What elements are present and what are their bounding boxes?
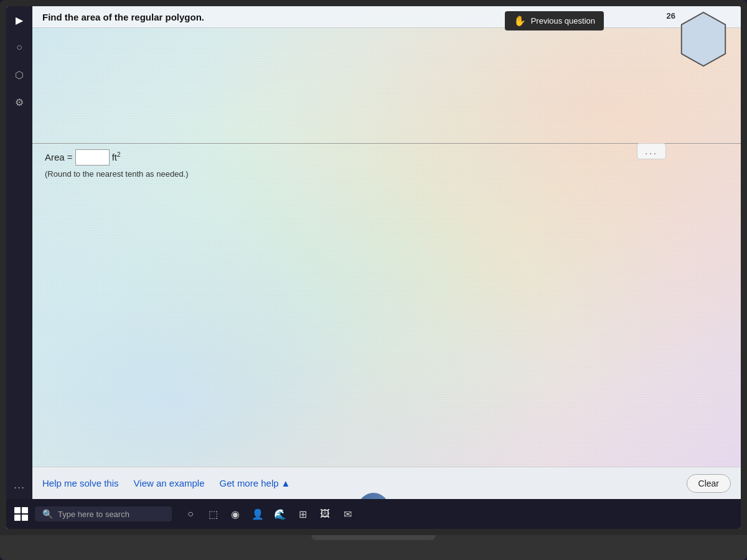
- sidebar-icon-circle[interactable]: ○: [11, 39, 28, 56]
- sidebar-icon-play[interactable]: ▶: [11, 11, 28, 29]
- view-example-link[interactable]: View an example: [134, 478, 205, 488]
- taskbar-icon-edge[interactable]: 🌊: [270, 504, 290, 524]
- chevron-up-icon: ▲: [281, 478, 291, 488]
- toolbar: Find the area of the regular polygon.: [32, 6, 741, 28]
- hex-number: 26: [667, 11, 675, 21]
- taskbar-icon-cortana[interactable]: ○: [181, 504, 200, 524]
- search-placeholder: Type here to search: [58, 510, 129, 519]
- svg-marker-0: [682, 12, 725, 66]
- windows-logo: [14, 507, 28, 521]
- sidebar-icon-gear[interactable]: ⚙: [11, 93, 28, 111]
- tooltip-text: Previous question: [531, 16, 595, 26]
- search-icon: 🔍: [42, 509, 53, 519]
- clear-button[interactable]: Clear: [687, 474, 731, 493]
- main-content: Find the area of the regular polygon. Pr…: [32, 6, 741, 499]
- taskbar-icon-user[interactable]: 👤: [248, 504, 268, 524]
- area-exponent: 2: [117, 151, 121, 158]
- get-more-help-button[interactable]: Get more help ▲: [220, 478, 291, 488]
- wave-overlay: [32, 6, 741, 499]
- taskbar: 🔍 Type here to search ○ ⬚ ◉ 👤 🌊 ⊞ 🖼 ✉: [6, 499, 741, 529]
- windows-start-button[interactable]: [11, 504, 31, 524]
- area-equals-text: Area =: [45, 152, 73, 162]
- laptop-frame: ▶ ○ ⬡ ⚙ ··· Find the area of the regular…: [0, 0, 747, 535]
- round-note: (Round to the nearest tenth as needed.): [45, 169, 189, 179]
- sidebar-more-dots[interactable]: ···: [14, 481, 25, 494]
- taskbar-icon-mail[interactable]: ✉: [337, 504, 357, 524]
- taskbar-icon-taskview[interactable]: ⬚: [203, 504, 223, 524]
- screen-bezel: ▶ ○ ⬡ ⚙ ··· Find the area of the regular…: [6, 6, 741, 529]
- area-unit: ft2: [112, 151, 121, 162]
- horizontal-divider: [32, 143, 741, 144]
- question-title: Find the area of the regular polygon.: [42, 12, 204, 22]
- previous-question-tooltip[interactable]: Previous question: [505, 11, 604, 30]
- taskbar-icon-folder[interactable]: 🖼: [315, 504, 335, 524]
- area-input[interactable]: [75, 149, 110, 166]
- help-me-solve-link[interactable]: Help me solve this: [42, 478, 119, 488]
- dots-menu-button[interactable]: ...: [637, 143, 666, 159]
- sidebar-icon-hex[interactable]: ⬡: [11, 66, 28, 83]
- taskbar-search-box[interactable]: 🔍 Type here to search: [35, 506, 172, 521]
- laptop-base: [0, 535, 747, 560]
- answer-area: Area = ft2 (Round to the nearest tenth a…: [45, 149, 189, 179]
- taskbar-icon-grid[interactable]: ⊞: [293, 504, 312, 524]
- area-label: Area = ft2: [45, 149, 189, 166]
- sidebar: ▶ ○ ⬡ ⚙ ···: [6, 6, 32, 499]
- laptop-notch: [311, 535, 436, 540]
- hexagon-shape: [679, 11, 728, 67]
- screen: ▶ ○ ⬡ ⚙ ··· Find the area of the regular…: [6, 6, 741, 529]
- taskbar-icons-group: ○ ⬚ ◉ 👤 🌊 ⊞ 🖼 ✉: [181, 504, 357, 524]
- taskbar-icon-chrome[interactable]: ◉: [225, 504, 245, 524]
- hexagon-svg: [679, 11, 728, 67]
